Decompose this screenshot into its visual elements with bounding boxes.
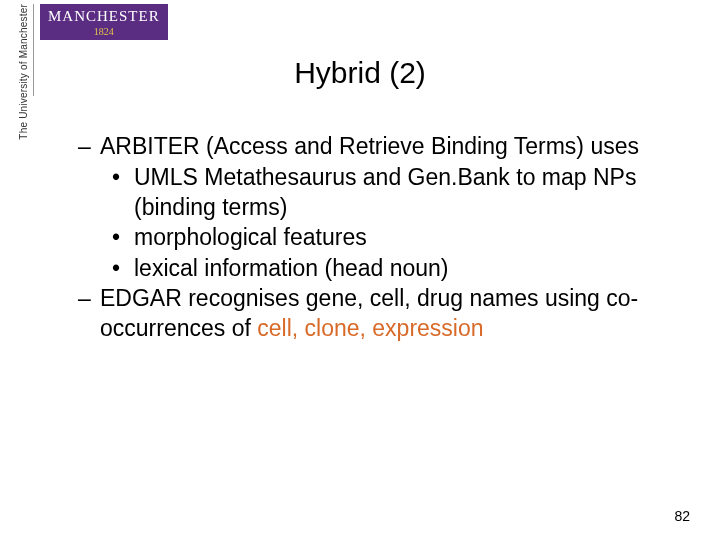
page-number: 82	[674, 508, 690, 524]
bullet-text-highlight: cell, clone, expression	[257, 315, 483, 341]
logo-badge: MANCHESTER 1824	[40, 4, 168, 40]
slide-body: ARBITER (Access and Retrieve Binding Ter…	[78, 132, 658, 345]
bullet-edgar: EDGAR recognises gene, cell, drug names …	[78, 284, 658, 343]
slide-title: Hybrid (2)	[0, 56, 720, 90]
bullet-text: lexical information (head noun)	[134, 255, 449, 281]
subbullet-umls: UMLS Metathesaurus and Gen.Bank to map N…	[112, 163, 658, 222]
logo-badge-line2: 1824	[48, 26, 160, 37]
bullet-text: morphological features	[134, 224, 367, 250]
bullet-text: ARBITER (Access and Retrieve Binding Ter…	[100, 133, 639, 159]
bullet-arbiter: ARBITER (Access and Retrieve Binding Ter…	[78, 132, 658, 161]
subbullet-lexical: lexical information (head noun)	[112, 254, 658, 283]
subbullet-morph: morphological features	[112, 223, 658, 252]
logo-badge-line1: MANCHESTER	[48, 8, 160, 25]
bullet-text: UMLS Metathesaurus and Gen.Bank to map N…	[134, 164, 636, 219]
